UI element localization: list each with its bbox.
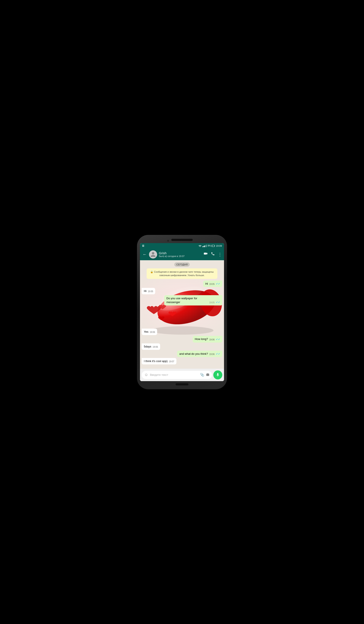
svg-rect-1	[215, 245, 215, 246]
message-6: 5days 19:06	[142, 343, 160, 350]
status-right: 8% 19:09	[199, 245, 222, 247]
msg-ticks-7: ✔✔	[216, 352, 220, 356]
msg-text-8: I think it's cool app)	[144, 359, 168, 363]
phone-bottom-bar	[176, 383, 188, 385]
message-2: Hi 19:05	[142, 288, 155, 294]
msg-time-1: 19:05	[209, 283, 215, 286]
message-5: How long? 19:06 ✔✔	[193, 336, 222, 342]
status-left: 🖼	[142, 245, 144, 247]
message-3: Do you use wallpaper for messenger 19:05…	[164, 295, 222, 306]
emoji-button[interactable]: ☺	[144, 373, 148, 377]
msg-ticks-5: ✔✔	[216, 338, 220, 341]
msg-time-5: 19:06	[209, 338, 215, 341]
contact-status: был(-а) сегодня в 19:07	[159, 255, 202, 258]
wifi-icon	[199, 245, 202, 247]
status-time: 19:09	[216, 245, 222, 247]
message-1: Hi 19:05 ✔✔	[203, 281, 222, 287]
message-input[interactable]: Введите текст	[150, 373, 198, 376]
message-8: I think it's cool app) 19:07	[142, 358, 176, 364]
msg-text-7: and what do you think?	[179, 352, 208, 356]
message-input-box[interactable]: ☺ Введите текст 📎	[142, 371, 212, 379]
msg-text-1: Hi	[205, 282, 208, 286]
phone-screen: 🖼 8%	[140, 243, 224, 381]
header-actions: ⋮	[204, 252, 222, 257]
msg-text-6: 5days	[144, 345, 151, 349]
back-button[interactable]: ←	[142, 251, 147, 257]
msg-time-8: 19:07	[169, 360, 174, 363]
signal-icon	[202, 245, 207, 247]
msg-time-4: 19:06	[150, 331, 155, 334]
msg-time-7: 19:06	[209, 353, 215, 356]
contact-info[interactable]: Grish был(-а) сегодня в 19:07	[159, 251, 202, 258]
more-options-button[interactable]: ⋮	[218, 252, 222, 257]
msg-ticks-3: ✔✔	[216, 301, 220, 304]
phone-camera	[167, 240, 169, 242]
msg-ticks-1: ✔✔	[216, 282, 220, 286]
msg-text-3: Do you use wallpaper for messenger	[166, 296, 208, 304]
system-message: 🔒 Сообщения и звонки в данном чате тепер…	[147, 268, 218, 279]
avatar[interactable]	[149, 250, 157, 259]
msg-text-2: Hi	[144, 289, 146, 293]
msg-time-6: 19:06	[153, 345, 158, 349]
notification-icon: 🖼	[142, 245, 144, 247]
chat-header: ← Grish был(-а) сегодня в 19:07	[140, 249, 224, 260]
msg-text-4: Yes	[144, 330, 148, 334]
msg-text-5: How long?	[195, 337, 208, 341]
battery-icon	[211, 245, 215, 247]
msg-time-2: 19:05	[148, 290, 153, 293]
attach-button[interactable]: 📎	[200, 373, 204, 377]
msg-time-3: 19:05	[209, 301, 215, 304]
battery-percent: 8%	[208, 245, 211, 247]
status-bar: 🖼 8%	[140, 243, 224, 249]
message-7: and what do you think? 19:06 ✔✔	[177, 351, 222, 357]
avatar-icon	[150, 251, 156, 258]
svg-rect-2	[212, 245, 212, 247]
phone-device: 🖼 8%	[137, 235, 227, 389]
input-area: ☺ Введите текст 📎	[140, 369, 224, 381]
call-button[interactable]	[211, 252, 215, 257]
mic-button[interactable]	[213, 370, 222, 379]
date-badge: СЕГОДНЯ	[174, 262, 190, 267]
chat-area[interactable]: СЕГОДНЯ 🔒 Сообщения и звонки в данном ча…	[140, 260, 224, 369]
contact-name: Grish	[159, 251, 202, 255]
message-4: Yes 19:06	[142, 329, 157, 335]
camera-button[interactable]	[206, 373, 209, 377]
video-call-button[interactable]	[204, 252, 208, 257]
phone-speaker	[171, 239, 193, 241]
